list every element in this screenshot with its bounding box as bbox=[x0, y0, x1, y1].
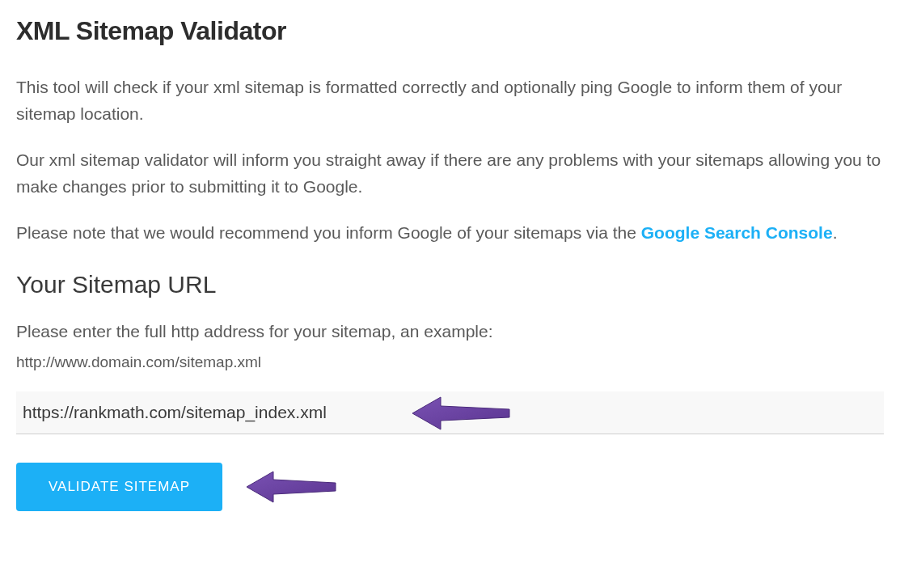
description-1: This tool will check if your xml sitemap… bbox=[16, 74, 884, 127]
arrow-left-icon bbox=[408, 393, 513, 434]
google-search-console-link[interactable]: Google Search Console bbox=[641, 223, 833, 242]
page-title: XML Sitemap Validator bbox=[16, 16, 884, 46]
arrow-left-icon bbox=[243, 467, 340, 506]
section-title: Your Sitemap URL bbox=[16, 271, 884, 298]
description-2: Our xml sitemap validator will inform yo… bbox=[16, 147, 884, 200]
description-3-prefix: Please note that we would recommend you … bbox=[16, 223, 641, 242]
example-text: http://www.domain.com/sitemap.xml bbox=[16, 353, 884, 371]
description-3: Please note that we would recommend you … bbox=[16, 220, 884, 247]
description-3-suffix: . bbox=[833, 223, 838, 242]
validate-button[interactable]: VALIDATE SITEMAP bbox=[16, 463, 222, 511]
input-label: Please enter the full http address for y… bbox=[16, 319, 884, 345]
